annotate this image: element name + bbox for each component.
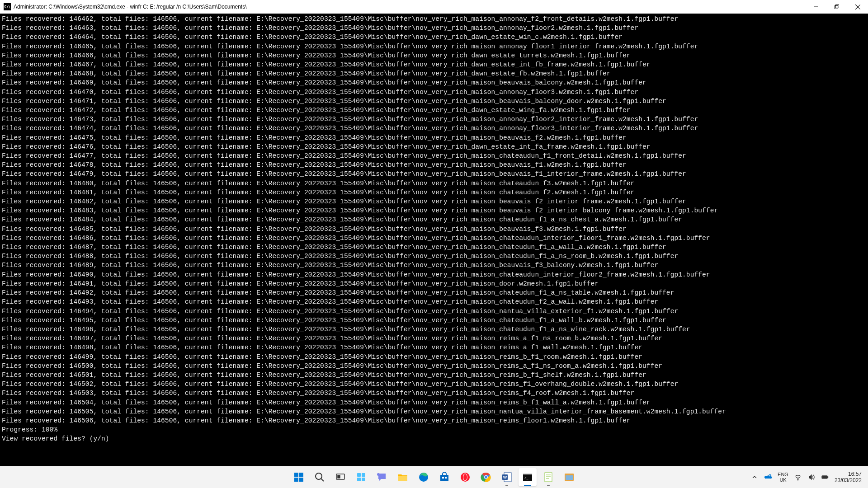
output-line: Files recovered: 146500, total files: 14… <box>2 361 866 371</box>
svg-rect-13 <box>357 473 361 477</box>
svg-line-10 <box>321 479 324 481</box>
lang-top: ENG <box>778 472 788 477</box>
svg-point-25 <box>463 474 467 480</box>
volume-icon[interactable] <box>807 473 816 481</box>
notepad-plus-button[interactable] <box>539 468 557 486</box>
output-line: Files recovered: 146473, total files: 14… <box>2 115 866 124</box>
edge-button[interactable] <box>415 468 433 486</box>
svg-rect-18 <box>398 476 407 481</box>
chrome-button[interactable] <box>477 468 495 486</box>
prompt-line: View recovered files? (y/n) <box>2 434 866 443</box>
output-line: Files recovered: 146494, total files: 14… <box>2 307 866 316</box>
task-view-button[interactable] <box>331 468 349 486</box>
svg-point-28 <box>485 476 487 479</box>
svg-point-9 <box>316 473 322 479</box>
output-line: Files recovered: 146488, total files: 14… <box>2 252 866 261</box>
svg-rect-20 <box>440 475 448 481</box>
svg-text:W: W <box>503 475 507 479</box>
output-line: Files recovered: 146505, total files: 14… <box>2 407 866 416</box>
output-line: Files recovered: 146465, total files: 14… <box>2 42 866 51</box>
output-line: Files recovered: 146503, total files: 14… <box>2 389 866 398</box>
output-line: Files recovered: 146498, total files: 14… <box>2 343 866 352</box>
output-line: Files recovered: 146467, total files: 14… <box>2 60 866 69</box>
output-line: Files recovered: 146499, total files: 14… <box>2 352 866 361</box>
output-line: Files recovered: 146487, total files: 14… <box>2 243 866 252</box>
maximize-button[interactable] <box>826 0 847 14</box>
svg-rect-5 <box>294 473 298 477</box>
date-text: 23/03/2022 <box>835 477 862 483</box>
terminal-output[interactable]: Files recovered: 146462, total files: 14… <box>0 14 868 467</box>
output-line: Files recovered: 146462, total files: 14… <box>2 14 866 23</box>
opera-button[interactable] <box>456 468 474 486</box>
cmd-taskbar-button[interactable]: >_ <box>519 468 537 486</box>
word-button[interactable]: W <box>498 468 516 486</box>
app-button[interactable] <box>560 468 578 486</box>
output-line: Files recovered: 146479, total files: 14… <box>2 169 866 178</box>
progress-line: Progress: 100% <box>2 425 866 434</box>
taskbar: W >_ ENG UK <box>0 466 868 488</box>
output-line: Files recovered: 146463, total files: 14… <box>2 23 866 33</box>
output-line: Files recovered: 146496, total files: 14… <box>2 325 866 334</box>
lang-bottom: UK <box>779 477 786 483</box>
output-line: Files recovered: 146483, total files: 14… <box>2 206 866 215</box>
language-indicator[interactable]: ENG UK <box>778 472 788 483</box>
search-button[interactable] <box>311 468 329 486</box>
svg-rect-6 <box>299 473 303 477</box>
output-line: Files recovered: 146484, total files: 14… <box>2 215 866 224</box>
battery-icon[interactable] <box>821 473 829 481</box>
widgets-button[interactable] <box>352 468 370 486</box>
output-line: Files recovered: 146481, total files: 14… <box>2 188 866 197</box>
output-line: Files recovered: 146492, total files: 14… <box>2 288 866 297</box>
output-line: Files recovered: 146477, total files: 14… <box>2 151 866 160</box>
svg-rect-35 <box>545 473 552 482</box>
tray-chevron-icon[interactable] <box>750 473 759 481</box>
chat-button[interactable] <box>373 468 391 486</box>
output-line: Files recovered: 146501, total files: 14… <box>2 371 866 380</box>
output-line: Files recovered: 146471, total files: 14… <box>2 97 866 106</box>
output-line: Files recovered: 146469, total files: 14… <box>2 78 866 87</box>
svg-rect-21 <box>442 477 444 479</box>
taskbar-center: W >_ <box>290 466 578 488</box>
svg-point-42 <box>797 479 798 480</box>
output-line: Files recovered: 146468, total files: 14… <box>2 69 866 78</box>
system-tray: ENG UK 16:57 23/03/2022 <box>750 466 868 488</box>
output-line: Files recovered: 146466, total files: 14… <box>2 51 866 60</box>
output-line: Files recovered: 146472, total files: 14… <box>2 106 866 115</box>
store-button[interactable] <box>435 468 453 486</box>
svg-text:>_: >_ <box>524 476 529 480</box>
output-line: Files recovered: 146486, total files: 14… <box>2 234 866 243</box>
svg-rect-15 <box>357 478 361 481</box>
output-line: Files recovered: 146497, total files: 14… <box>2 334 866 343</box>
time-text: 16:57 <box>848 471 862 477</box>
output-line: Files recovered: 146489, total files: 14… <box>2 261 866 270</box>
output-line: Files recovered: 146470, total files: 14… <box>2 88 866 97</box>
output-line: Files recovered: 146506, total files: 14… <box>2 416 866 425</box>
svg-rect-16 <box>362 478 365 481</box>
svg-rect-7 <box>294 478 298 482</box>
svg-rect-33 <box>523 473 532 474</box>
output-line: Files recovered: 146491, total files: 14… <box>2 279 866 288</box>
minimize-button[interactable] <box>806 0 826 14</box>
output-line: Files recovered: 146476, total files: 14… <box>2 142 866 151</box>
svg-rect-44 <box>827 477 828 478</box>
file-explorer-button[interactable] <box>394 468 412 486</box>
svg-rect-8 <box>299 478 303 482</box>
svg-rect-40 <box>566 475 573 480</box>
clock[interactable]: 16:57 23/03/2022 <box>835 471 862 483</box>
titlebar: C:\ Administrator: C:\Windows\System32\c… <box>0 0 868 14</box>
svg-rect-14 <box>362 473 365 477</box>
onedrive-icon[interactable] <box>764 473 772 481</box>
close-button[interactable] <box>847 0 868 14</box>
output-line: Files recovered: 146478, total files: 14… <box>2 160 866 169</box>
svg-rect-1 <box>835 6 838 9</box>
output-line: Files recovered: 146475, total files: 14… <box>2 133 866 142</box>
output-line: Files recovered: 146493, total files: 14… <box>2 297 866 306</box>
svg-rect-45 <box>822 477 826 478</box>
cmd-icon: C:\ <box>4 3 11 10</box>
output-line: Files recovered: 146502, total files: 14… <box>2 380 866 389</box>
svg-point-17 <box>377 473 380 476</box>
output-line: Files recovered: 146464, total files: 14… <box>2 33 866 42</box>
output-line: Files recovered: 146474, total files: 14… <box>2 124 866 133</box>
wifi-icon[interactable] <box>794 473 802 481</box>
start-button[interactable] <box>290 468 308 486</box>
